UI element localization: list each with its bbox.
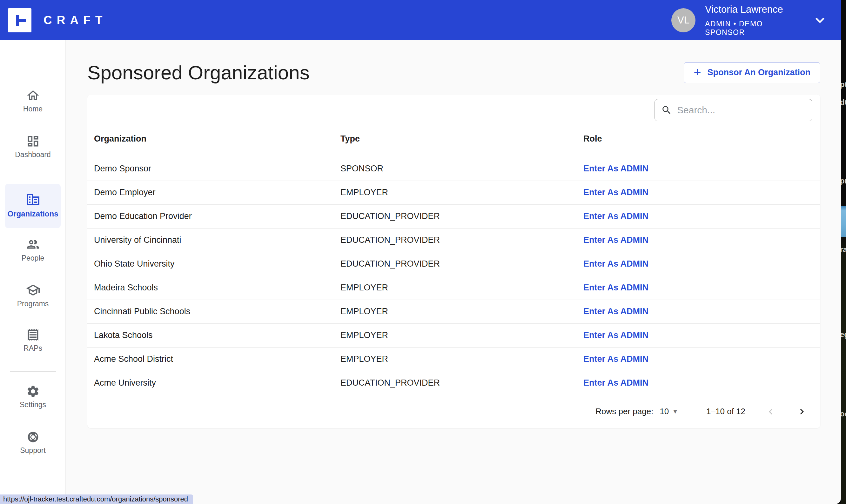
brand: CRAFT — [8, 8, 107, 32]
cell-organization: Ohio State University — [87, 252, 334, 276]
previous-page-button[interactable] — [765, 406, 776, 417]
background-text-fragment: oe — [841, 410, 846, 418]
table-row: Demo Education ProviderEDUCATION_PROVIDE… — [87, 204, 820, 228]
table-row: Acme School DistrictEMPLOYEREnter As ADM… — [87, 347, 820, 371]
enter-as-admin-link[interactable]: Enter As ADMIN — [583, 187, 649, 197]
enter-as-admin-link[interactable]: Enter As ADMIN — [583, 164, 649, 173]
cell-organization: Lakota Schools — [87, 323, 334, 347]
enter-as-admin-link[interactable]: Enter As ADMIN — [583, 259, 649, 269]
graduation-cap-icon — [26, 283, 40, 298]
rows-per-page-select[interactable]: 10 ▼ — [659, 407, 678, 416]
cell-role: Enter As ADMIN — [577, 276, 820, 300]
cell-type: EMPLOYER — [334, 300, 577, 323]
home-icon — [26, 89, 40, 103]
cell-type: EDUCATION_PROVIDER — [334, 228, 577, 252]
screen: ptdtprraegoe CRAFT VL Victoria Lawrence … — [0, 0, 846, 504]
cell-role: Enter As ADMIN — [577, 181, 820, 204]
enter-as-admin-link[interactable]: Enter As ADMIN — [583, 211, 649, 221]
background-text-fragment: pr — [841, 177, 846, 185]
table-row: Cincinnati Public SchoolsEMPLOYEREnter A… — [87, 300, 820, 323]
page-title: Sponsored Organizations — [87, 61, 310, 84]
background-text-fragment: ra — [841, 245, 846, 254]
cell-role: Enter As ADMIN — [577, 204, 820, 228]
table-row: Demo SponsorSPONSOREnter As ADMIN — [87, 157, 820, 181]
background-text-fragment: dt — [841, 98, 846, 107]
sidebar-item-dashboard[interactable]: Dashboard — [0, 134, 66, 159]
user-menu[interactable]: VL Victoria Lawrence ADMIN • DEMO SPONSO… — [671, 4, 827, 37]
dashboard-icon — [26, 134, 40, 148]
background-text-fragment: pt — [841, 80, 846, 89]
people-icon — [26, 237, 40, 252]
sidebar-item-organizations[interactable]: Organizations — [0, 192, 66, 218]
enter-as-admin-link[interactable]: Enter As ADMIN — [583, 330, 649, 340]
cell-type: SPONSOR — [334, 157, 577, 181]
plus-icon: + — [693, 66, 701, 78]
organizations-table: Organization Type Role Demo SponsorSPONS… — [87, 121, 820, 395]
next-page-button[interactable] — [796, 406, 808, 417]
cell-role: Enter As ADMIN — [577, 371, 820, 395]
sidebar-item-support[interactable]: Support — [0, 430, 66, 455]
chevron-left-icon — [765, 406, 776, 417]
search-box[interactable] — [654, 99, 812, 121]
cell-role: Enter As ADMIN — [577, 252, 820, 276]
sponsor-organization-button[interactable]: + Sponsor An Organization — [684, 62, 820, 83]
column-header-organization: Organization — [87, 121, 334, 157]
table-row: Demo EmployerEMPLOYEREnter As ADMIN — [87, 181, 820, 204]
cell-role: Enter As ADMIN — [577, 228, 820, 252]
rows-per-page-label: Rows per page: — [596, 407, 653, 416]
cell-organization: Acme University — [87, 371, 334, 395]
cell-type: EMPLOYER — [334, 276, 577, 300]
organizations-card: Organization Type Role Demo SponsorSPONS… — [87, 94, 820, 428]
table-row: Lakota SchoolsEMPLOYEREnter As ADMIN — [87, 323, 820, 347]
gear-icon — [26, 384, 40, 398]
table-row: Ohio State UniversityEDUCATION_PROVIDERE… — [87, 252, 820, 276]
cell-organization: Cincinnati Public Schools — [87, 300, 334, 323]
link-preview-statusbar: https://ojl-tracker.test.craftedu.com/or… — [0, 494, 193, 504]
cell-type: EMPLOYER — [334, 181, 577, 204]
cell-role: Enter As ADMIN — [577, 347, 820, 371]
column-header-role: Role — [577, 121, 820, 157]
table-row: Madeira SchoolsEMPLOYEREnter As ADMIN — [87, 276, 820, 300]
page-header: Sponsored Organizations + Sponsor An Org… — [66, 40, 841, 84]
sidebar-item-programs[interactable]: Programs — [0, 283, 66, 308]
topbar: CRAFT VL Victoria Lawrence ADMIN • DEMO … — [0, 0, 841, 40]
background-button-fragment — [841, 206, 846, 237]
search-icon — [661, 105, 672, 115]
cell-role: Enter As ADMIN — [577, 157, 820, 181]
enter-as-admin-link[interactable]: Enter As ADMIN — [583, 235, 649, 245]
receipt-icon — [26, 328, 40, 342]
app-window: CRAFT VL Victoria Lawrence ADMIN • DEMO … — [0, 0, 841, 504]
cell-organization: Demo Education Provider — [87, 204, 334, 228]
cell-organization: Acme School District — [87, 347, 334, 371]
enter-as-admin-link[interactable]: Enter As ADMIN — [583, 354, 649, 364]
chevron-right-icon — [796, 406, 808, 417]
cell-organization: University of Cincinnati — [87, 228, 334, 252]
cell-organization: Demo Sponsor — [87, 157, 334, 181]
avatar[interactable]: VL — [671, 8, 695, 32]
craft-logo-icon — [8, 8, 32, 32]
sidebar-item-raps[interactable]: RAPs — [0, 328, 66, 353]
sidebar-item-settings[interactable]: Settings — [0, 384, 66, 409]
cell-type: EMPLOYER — [334, 323, 577, 347]
table-row: University of CincinnatiEDUCATION_PROVID… — [87, 228, 820, 252]
background-text-fragment: eg — [841, 330, 846, 339]
background-window-edge: ptdtprraegoe — [841, 0, 846, 504]
enter-as-admin-link[interactable]: Enter As ADMIN — [583, 283, 649, 292]
sidebar: Home Dashboard Organizations People — [0, 40, 66, 504]
cell-role: Enter As ADMIN — [577, 300, 820, 323]
table-row: Acme UniversityEDUCATION_PROVIDEREnter A… — [87, 371, 820, 395]
cell-organization: Demo Employer — [87, 181, 334, 204]
enter-as-admin-link[interactable]: Enter As ADMIN — [583, 378, 649, 388]
user-role: ADMIN • DEMO SPONSOR — [705, 20, 800, 37]
cell-role: Enter As ADMIN — [577, 323, 820, 347]
main-content: Sponsored Organizations + Sponsor An Org… — [66, 40, 841, 504]
chevron-down-icon[interactable] — [813, 13, 827, 27]
enter-as-admin-link[interactable]: Enter As ADMIN — [583, 307, 649, 316]
cell-type: EDUCATION_PROVIDER — [334, 252, 577, 276]
table-header-row: Organization Type Role — [87, 121, 820, 157]
cell-type: EDUCATION_PROVIDER — [334, 204, 577, 228]
brand-name: CRAFT — [43, 14, 107, 27]
search-input[interactable] — [677, 105, 806, 115]
sidebar-item-home[interactable]: Home — [0, 89, 66, 113]
sidebar-item-people[interactable]: People — [0, 237, 66, 263]
